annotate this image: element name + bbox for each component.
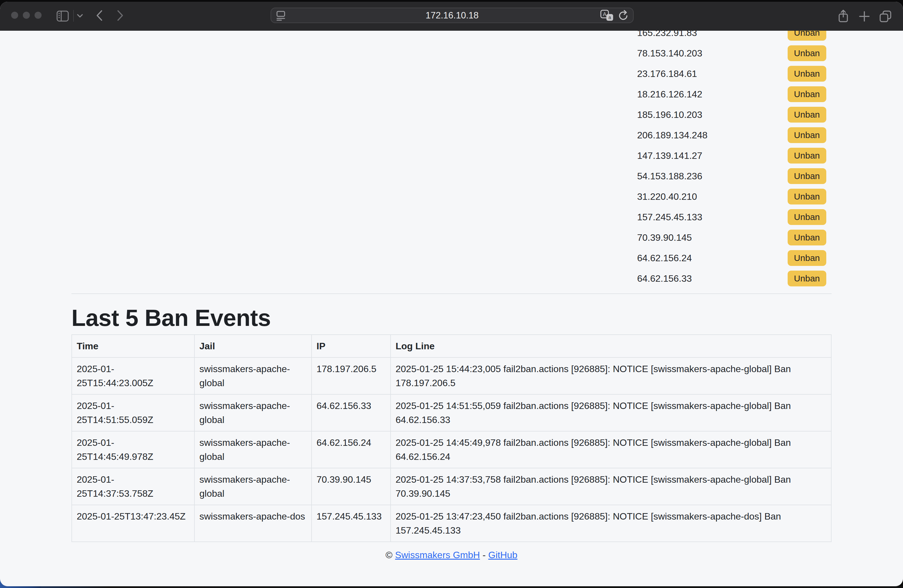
banned-ip-row: 78.153.140.203 Unban xyxy=(71,43,832,63)
event-time-cell: 2025-01-25T14:37:53.758Z xyxy=(72,468,194,505)
section-divider xyxy=(71,293,832,294)
banned-ip-list: 165.232.91.83 Unban 78.153.140.203 Unban… xyxy=(71,31,832,289)
banned-ip-row: 23.176.184.61 Unban xyxy=(71,63,832,84)
forward-icon xyxy=(116,9,124,21)
event-time-cell: 2025-01-25T13:47:23.45Z xyxy=(72,505,194,542)
minimize-window-button[interactable] xyxy=(23,12,30,19)
event-log-line-cell: 2025-01-25 13:47:23,450 fail2ban.actions… xyxy=(390,505,831,542)
banned-ip-text: 64.62.156.33 xyxy=(637,273,692,284)
reload-icon[interactable] xyxy=(618,9,629,22)
ban-event-row: 2025-01-25T15:44:23.005Z swissmakers-apa… xyxy=(72,358,831,394)
web-page: 165.232.91.83 Unban 78.153.140.203 Unban… xyxy=(0,31,903,586)
ban-event-row: 2025-01-25T14:45:49.978Z swissmakers-apa… xyxy=(72,431,831,468)
event-ip-cell: 64.62.156.33 xyxy=(311,394,390,431)
new-tab-icon xyxy=(859,11,870,22)
sidebar-icon xyxy=(56,10,69,22)
column-header-jail: Jail xyxy=(194,335,311,358)
ban-events-table: Time Jail IP Log Line 2025-01-25T15:44:2… xyxy=(71,334,832,542)
company-link[interactable]: Swissmakers GmbH xyxy=(395,550,480,560)
copyright-symbol: © xyxy=(385,550,393,560)
event-jail-cell: swissmakers-apache-dos xyxy=(194,505,311,542)
unban-button[interactable]: Unban xyxy=(788,127,826,143)
unban-button[interactable]: Unban xyxy=(788,209,826,225)
banned-ip-row: 185.196.10.203 Unban xyxy=(71,104,832,125)
unban-button[interactable]: Unban xyxy=(788,86,826,102)
banned-ip-text: 70.39.90.145 xyxy=(637,232,692,243)
event-jail-cell: swissmakers-apache-global xyxy=(194,358,311,394)
unban-button[interactable]: Unban xyxy=(788,250,826,266)
github-link[interactable]: GitHub xyxy=(488,550,518,560)
unban-button[interactable]: Unban xyxy=(788,31,826,41)
ban-event-row: 2025-01-25T14:51:55.059Z swissmakers-apa… xyxy=(72,394,831,431)
share-button[interactable] xyxy=(837,9,849,23)
event-ip-cell: 70.39.90.145 xyxy=(311,468,390,505)
banned-ip-text: 206.189.134.248 xyxy=(637,130,707,141)
event-log-line-cell: 2025-01-25 14:45:49,978 fail2ban.actions… xyxy=(390,431,831,468)
unban-button[interactable]: Unban xyxy=(788,168,826,184)
tab-overview-icon xyxy=(879,10,892,23)
close-window-button[interactable] xyxy=(11,12,18,19)
page-footer: © Swissmakers GmbH - GitHub xyxy=(71,550,832,560)
column-header-time: Time xyxy=(72,335,194,358)
share-icon xyxy=(837,9,849,23)
unban-button[interactable]: Unban xyxy=(788,45,826,61)
column-header-ip: IP xyxy=(311,335,390,358)
event-ip-cell: 178.197.206.5 xyxy=(311,358,390,394)
event-time-cell: 2025-01-25T14:45:49.978Z xyxy=(72,431,194,468)
banned-ip-row: 70.39.90.145 Unban xyxy=(71,227,832,248)
event-ip-cell: 64.62.156.24 xyxy=(311,431,390,468)
svg-text:a: a xyxy=(609,15,611,20)
unban-button[interactable]: Unban xyxy=(788,107,826,122)
banned-ip-text: 185.196.10.203 xyxy=(637,110,702,120)
banned-ip-text: 18.216.126.142 xyxy=(637,89,702,100)
banned-ip-row: 157.245.45.133 Unban xyxy=(71,207,832,227)
ban-event-row: 2025-01-25T13:47:23.45Z swissmakers-apac… xyxy=(72,505,831,542)
banned-ip-text: 54.153.188.236 xyxy=(637,171,702,182)
footer-separator: - xyxy=(483,550,486,560)
event-jail-cell: swissmakers-apache-global xyxy=(194,431,311,468)
tab-group-dropdown-button[interactable] xyxy=(77,14,83,18)
banned-ip-row: 64.62.156.33 Unban xyxy=(71,268,832,289)
ban-event-row: 2025-01-25T14:37:53.758Z swissmakers-apa… xyxy=(72,468,831,505)
url-text[interactable]: 172.16.10.18 xyxy=(271,8,633,22)
event-log-line-cell: 2025-01-25 15:44:23,005 fail2ban.actions… xyxy=(390,358,831,394)
banned-ip-row: 147.139.141.27 Unban xyxy=(71,146,832,166)
window-controls xyxy=(11,12,42,19)
banned-ip-row: 165.232.91.83 Unban xyxy=(71,31,832,43)
event-log-line-cell: 2025-01-25 14:51:55,059 fail2ban.actions… xyxy=(390,394,831,431)
toolbar-separator xyxy=(73,10,74,22)
unban-button[interactable]: Unban xyxy=(788,230,826,245)
zoom-window-button[interactable] xyxy=(35,12,42,19)
banned-ip-text: 31.220.40.210 xyxy=(637,191,697,202)
event-time-cell: 2025-01-25T14:51:55.059Z xyxy=(72,394,194,431)
event-log-line-cell: 2025-01-25 14:37:53,758 fail2ban.actions… xyxy=(390,468,831,505)
tab-overview-button[interactable] xyxy=(879,10,892,23)
chevron-down-icon xyxy=(77,14,83,18)
forward-button[interactable] xyxy=(116,9,124,21)
browser-toolbar: 172.16.10.18 A a xyxy=(0,2,903,31)
translate-icon[interactable]: A a xyxy=(600,9,614,22)
unban-button[interactable]: Unban xyxy=(788,66,826,82)
back-button[interactable] xyxy=(96,9,103,21)
page-title: Last 5 Ban Events xyxy=(71,304,832,331)
unban-button[interactable]: Unban xyxy=(788,189,826,204)
sidebar-toggle-button[interactable] xyxy=(56,10,69,22)
event-jail-cell: swissmakers-apache-global xyxy=(194,394,311,431)
new-tab-button[interactable] xyxy=(859,11,870,22)
unban-button[interactable]: Unban xyxy=(788,148,826,163)
banned-ip-text: 23.176.184.61 xyxy=(637,69,697,79)
banned-ip-text: 78.153.140.203 xyxy=(637,48,702,59)
banned-ip-text: 147.139.141.27 xyxy=(637,151,702,161)
back-icon xyxy=(96,9,103,21)
banned-ip-row: 64.62.156.24 Unban xyxy=(71,248,832,268)
address-bar[interactable]: 172.16.10.18 A a xyxy=(271,8,634,23)
column-header-log-line: Log Line xyxy=(390,335,831,358)
table-header-row: Time Jail IP Log Line xyxy=(72,335,831,358)
banned-ip-row: 206.189.134.248 Unban xyxy=(71,125,832,146)
event-time-cell: 2025-01-25T15:44:23.005Z xyxy=(72,358,194,394)
banned-ip-text: 165.232.91.83 xyxy=(637,31,697,38)
event-ip-cell: 157.245.45.133 xyxy=(311,505,390,542)
banned-ip-row: 54.153.188.236 Unban xyxy=(71,166,832,187)
banned-ip-row: 31.220.40.210 Unban xyxy=(71,187,832,207)
unban-button[interactable]: Unban xyxy=(788,271,826,286)
